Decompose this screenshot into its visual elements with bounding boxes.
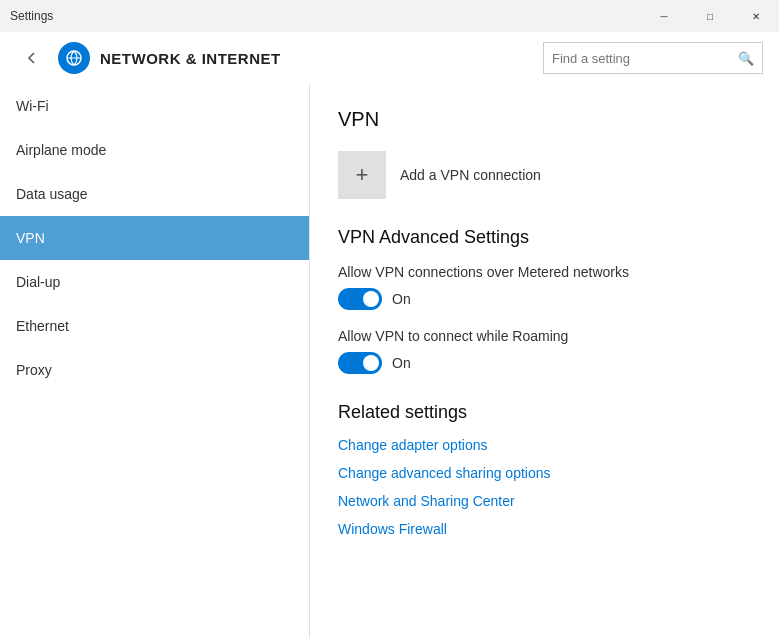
change-adapter-link[interactable]: Change adapter options (338, 437, 751, 453)
add-vpn-button[interactable]: + Add a VPN connection (338, 151, 751, 199)
advanced-settings-title: VPN Advanced Settings (338, 227, 751, 248)
titlebar-title: Settings (10, 9, 53, 23)
sidebar-label-data-usage: Data usage (16, 186, 88, 202)
minimize-button[interactable]: ─ (641, 0, 687, 32)
toggle-roaming-inner: On (338, 352, 751, 374)
sharing-center-link[interactable]: Network and Sharing Center (338, 493, 751, 509)
related-settings-title: Related settings (338, 402, 751, 423)
app-header: NETWORK & INTERNET 🔍 (0, 32, 779, 84)
plus-icon: + (356, 162, 369, 188)
toggle-roaming-desc: Allow VPN to connect while Roaming (338, 328, 751, 344)
search-icon: 🔍 (738, 51, 754, 66)
maximize-button[interactable]: □ (687, 0, 733, 32)
change-sharing-link[interactable]: Change advanced sharing options (338, 465, 751, 481)
search-input[interactable] (552, 51, 738, 66)
add-vpn-label: Add a VPN connection (400, 167, 541, 183)
sidebar-label-vpn: VPN (16, 230, 45, 246)
app-body: Wi-Fi Airplane mode Data usage VPN Dial-… (0, 84, 779, 638)
sidebar: Wi-Fi Airplane mode Data usage VPN Dial-… (0, 84, 310, 638)
toggle-metered-inner: On (338, 288, 751, 310)
titlebar: Settings ─ □ ✕ (0, 0, 779, 32)
toggle-metered-switch[interactable] (338, 288, 382, 310)
sidebar-item-ethernet[interactable]: Ethernet (0, 304, 309, 348)
titlebar-controls: ─ □ ✕ (641, 0, 779, 32)
close-button[interactable]: ✕ (733, 0, 779, 32)
content-area: VPN + Add a VPN connection VPN Advanced … (310, 84, 779, 638)
sidebar-label-ethernet: Ethernet (16, 318, 69, 334)
app-container: NETWORK & INTERNET 🔍 Wi-Fi Airplane mode… (0, 32, 779, 638)
sidebar-label-dial-up: Dial-up (16, 274, 60, 290)
back-button[interactable] (16, 42, 48, 74)
sidebar-label-airplane: Airplane mode (16, 142, 106, 158)
sidebar-item-data-usage[interactable]: Data usage (0, 172, 309, 216)
titlebar-left: Settings (10, 9, 53, 23)
search-box[interactable]: 🔍 (543, 42, 763, 74)
sidebar-label-proxy: Proxy (16, 362, 52, 378)
vpn-section-title: VPN (338, 108, 751, 131)
app-icon (58, 42, 90, 74)
sidebar-item-airplane-mode[interactable]: Airplane mode (0, 128, 309, 172)
sidebar-item-vpn[interactable]: VPN (0, 216, 309, 260)
windows-firewall-link[interactable]: Windows Firewall (338, 521, 751, 537)
sidebar-item-proxy[interactable]: Proxy (0, 348, 309, 392)
page-title: NETWORK & INTERNET (100, 50, 543, 67)
toggle-metered-state: On (392, 291, 411, 307)
sidebar-label-wifi: Wi-Fi (16, 98, 49, 114)
toggle-roaming-row: Allow VPN to connect while Roaming On (338, 328, 751, 374)
toggle-roaming-state: On (392, 355, 411, 371)
sidebar-item-wifi[interactable]: Wi-Fi (0, 84, 309, 128)
sidebar-item-dial-up[interactable]: Dial-up (0, 260, 309, 304)
toggle-roaming-switch[interactable] (338, 352, 382, 374)
toggle-metered-row: Allow VPN connections over Metered netwo… (338, 264, 751, 310)
toggle-metered-desc: Allow VPN connections over Metered netwo… (338, 264, 751, 280)
add-vpn-icon: + (338, 151, 386, 199)
